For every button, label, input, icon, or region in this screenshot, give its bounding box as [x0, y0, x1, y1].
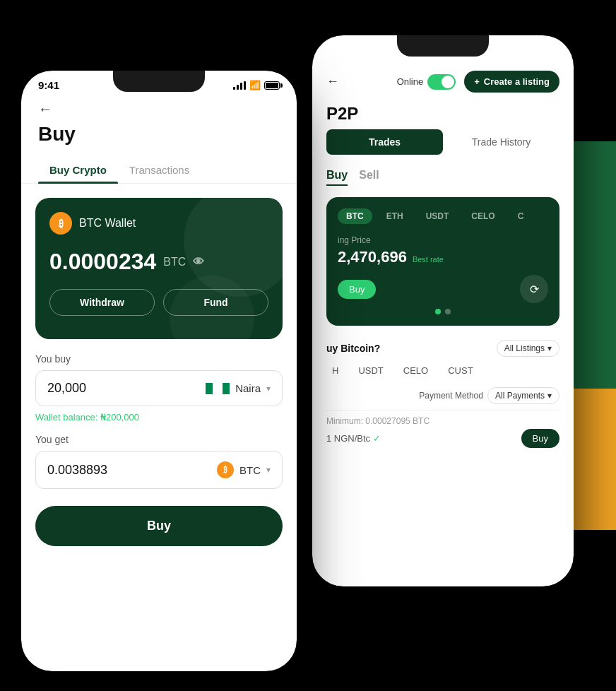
- chevron-down-icon: ▾: [547, 343, 552, 353]
- phone-front: 9:41 📶: [21, 71, 297, 671]
- listing-buy-button[interactable]: Buy: [521, 429, 559, 448]
- btc-currency-label: BTC: [239, 464, 261, 476]
- toggle-switch[interactable]: [427, 74, 456, 90]
- p2p-tabs: Trades Trade History: [312, 129, 574, 155]
- online-toggle[interactable]: Online: [397, 74, 456, 90]
- buy-amount-row[interactable]: 20,000 Naira ▾: [35, 370, 283, 406]
- you-buy-label: You buy: [35, 353, 283, 365]
- payment-method-button[interactable]: All Payments ▾: [487, 387, 559, 404]
- bar-1: [233, 87, 235, 90]
- online-label: Online: [397, 76, 424, 87]
- p2p-content: ← Online + Create a listing: [312, 35, 574, 586]
- p2p-screen: ← Online + Create a listing: [312, 35, 574, 586]
- bar-2: [237, 85, 239, 90]
- section-header: uy Bitcoin? All Listings ▾: [326, 340, 559, 357]
- withdraw-button[interactable]: Withdraw: [49, 289, 155, 316]
- create-listing-label: Create a listing: [484, 76, 550, 87]
- payment-method-label: Payment Method: [419, 391, 483, 401]
- chip-btc[interactable]: BTC: [338, 208, 372, 224]
- chip-c[interactable]: C: [509, 208, 533, 224]
- chip-eth[interactable]: ETH: [378, 208, 412, 224]
- toggle-knob: [442, 76, 454, 88]
- create-listing-button[interactable]: + Create a listing: [464, 71, 559, 93]
- price-section: ing Price 2,470,696 Best rate: [338, 235, 548, 266]
- currency-selector[interactable]: Naira ▾: [206, 382, 271, 394]
- tab-transactions[interactable]: Transactions: [118, 157, 201, 183]
- all-listings-button[interactable]: All Listings ▾: [497, 340, 559, 357]
- scene: ← Online + Create a listing: [0, 0, 616, 691]
- balance-amount: 0.0000234: [49, 249, 156, 275]
- listing-footer: Minimum: 0.00027095 BTC 1 NGN/Btc ✓ Buy: [326, 410, 559, 448]
- balance-unit: BTC: [163, 256, 186, 268]
- listing-price: 1 NGN/Btc ✓: [326, 433, 381, 444]
- filter-usdt[interactable]: USDT: [353, 362, 389, 379]
- tab-sell[interactable]: Sell: [359, 169, 379, 186]
- notch-front: [113, 71, 205, 92]
- chevron-down-icon-payment: ▾: [547, 391, 552, 401]
- verified-icon: ✓: [373, 433, 381, 444]
- buy-btc-section: uy Bitcoin? All Listings ▾ H USDT CELO C…: [312, 331, 574, 456]
- crypto-filter-row: H USDT CELO CUST: [326, 362, 559, 379]
- crypto-carousel: BTC ETH USDT CELO C ing Price 2,470,696 …: [326, 197, 559, 326]
- chevron-down-icon-btc: ▾: [266, 465, 271, 475]
- buy-screen: 9:41 📶: [21, 71, 297, 671]
- buy-tabs-row: Buy Crypto Transactions: [21, 157, 297, 184]
- filter-h[interactable]: H: [326, 362, 344, 379]
- buy-header: ← Buy: [21, 95, 297, 157]
- get-amount-value: 0.0038893: [47, 463, 107, 478]
- chip-celo[interactable]: CELO: [463, 208, 503, 224]
- refresh-icon[interactable]: ⟳: [520, 275, 548, 303]
- flag-nigeria: [206, 383, 230, 394]
- wallet-card: ₿ BTC Wallet 0.0000234 BTC 👁 Withdraw Fu…: [35, 198, 283, 339]
- payment-filter: Payment Method All Payments ▾: [326, 387, 559, 404]
- dot-1: [435, 309, 441, 314]
- bar-4: [244, 81, 246, 90]
- p2p-title: P2P: [326, 104, 358, 123]
- btc-selector[interactable]: ₿ BTC ▾: [217, 461, 271, 478]
- listing-row: 1 NGN/Btc ✓ Buy: [326, 429, 559, 448]
- wifi-icon: 📶: [249, 80, 261, 90]
- tab-buy-crypto[interactable]: Buy Crypto: [38, 157, 118, 183]
- buy-form: You buy 20,000 Naira ▾: [21, 353, 297, 489]
- section-title: uy Bitcoin?: [326, 343, 380, 354]
- battery-icon: [264, 81, 280, 90]
- currency-name: Naira: [235, 382, 261, 394]
- p2p-actions: Online + Create a listing: [397, 71, 559, 93]
- tab-trades[interactable]: Trades: [326, 129, 443, 155]
- wallet-balance-info: Wallet balance: ₦200,000: [35, 412, 283, 423]
- tab-trade-history[interactable]: Trade History: [443, 129, 559, 155]
- signal-icon: [233, 81, 246, 90]
- p2p-header: ← Online + Create a listing: [312, 71, 574, 104]
- create-listing-icon: +: [474, 76, 480, 87]
- btc-icon: ₿: [49, 212, 72, 235]
- price-label: ing Price: [338, 235, 548, 245]
- chip-usdt[interactable]: USDT: [417, 208, 458, 224]
- filter-cust[interactable]: CUST: [442, 362, 478, 379]
- crypto-chips-row: BTC ETH USDT CELO C: [338, 208, 548, 224]
- buy-sell-tabs: Buy Sell: [312, 163, 574, 191]
- buy-content: 9:41 📶: [21, 71, 297, 671]
- dot-2: [445, 309, 451, 314]
- carousel-buy-btn[interactable]: Buy: [338, 280, 376, 299]
- chevron-down-icon-currency: ▾: [266, 384, 271, 394]
- flag-white: [214, 383, 221, 394]
- status-icons: 📶: [233, 80, 280, 90]
- flag-green-left: [206, 383, 213, 394]
- minimum-label: Minimum: 0.00027095 BTC: [326, 416, 559, 426]
- you-get-label: You get: [35, 434, 283, 445]
- buy-amount-value: 20,000: [47, 381, 86, 396]
- buy-submit-button[interactable]: Buy: [35, 506, 283, 546]
- p2p-back-arrow[interactable]: ←: [326, 74, 339, 89]
- flag-green-right: [223, 383, 230, 394]
- bar-3: [240, 83, 242, 90]
- tab-buy[interactable]: Buy: [326, 169, 348, 186]
- phone-back: ← Online + Create a listing: [312, 35, 574, 586]
- price-value: 2,470,696: [338, 248, 407, 266]
- btc-icon-small: ₿: [217, 461, 234, 478]
- notch-back: [397, 35, 489, 57]
- back-arrow-button[interactable]: ←: [38, 101, 280, 117]
- best-rate-badge: Best rate: [413, 255, 444, 264]
- page-title: Buy: [38, 123, 280, 146]
- filter-celo[interactable]: CELO: [398, 362, 434, 379]
- get-amount-row[interactable]: 0.0038893 ₿ BTC ▾: [35, 451, 283, 489]
